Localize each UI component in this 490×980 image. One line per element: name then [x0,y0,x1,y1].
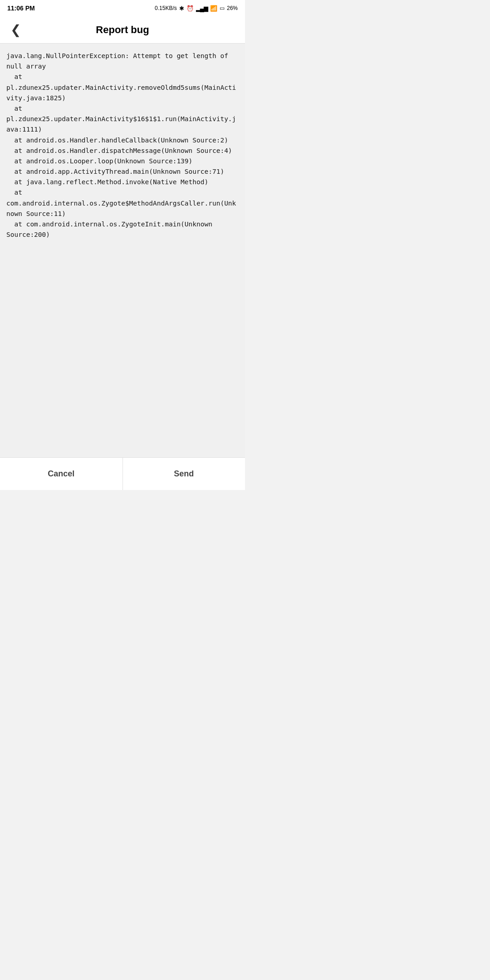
status-icons: 0.15KB/s ✱ ⏰ ▂▄▆ 📶 ▭ 26% [155,5,238,12]
cancel-button[interactable]: Cancel [0,458,123,490]
send-button[interactable]: Send [123,458,245,490]
battery-percent: 26% [227,5,238,11]
toolbar: ❮ Report bug [0,16,245,44]
back-button[interactable]: ❮ [7,22,24,38]
back-icon: ❮ [10,22,21,37]
stacktrace-content: java.lang.NullPointerException: Attempt … [6,51,239,240]
bottom-action-bar: Cancel Send [0,457,245,490]
content-area[interactable]: java.lang.NullPointerException: Attempt … [0,44,245,457]
status-bar: 11:06 PM 0.15KB/s ✱ ⏰ ▂▄▆ 📶 ▭ 26% [0,0,245,16]
signal-icon: ▂▄▆ [196,5,208,12]
network-speed: 0.15KB/s [155,5,177,11]
wifi-icon: 📶 [210,5,217,12]
battery-icon: ▭ [220,5,225,11]
status-time: 11:06 PM [7,5,35,12]
alarm-icon: ⏰ [186,5,194,12]
bluetooth-icon: ✱ [179,5,184,12]
page-title: Report bug [96,24,149,36]
